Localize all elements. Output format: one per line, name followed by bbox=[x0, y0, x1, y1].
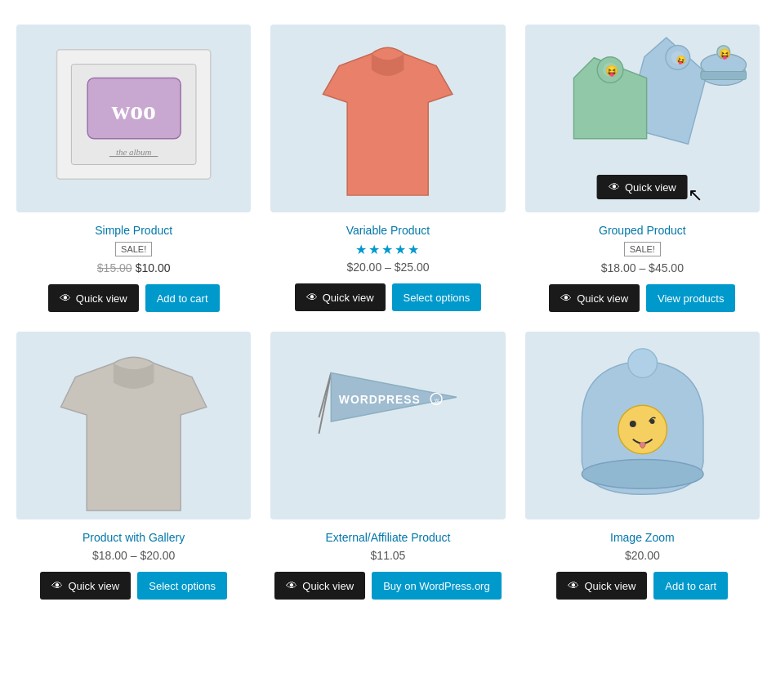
button-row: 👁Quick viewAdd to cart bbox=[16, 284, 251, 312]
btn-label: Select options bbox=[149, 580, 216, 592]
product-name[interactable]: External/Affiliate Product bbox=[325, 531, 450, 544]
svg-rect-13 bbox=[701, 72, 746, 80]
eye-icon: 👁 bbox=[609, 181, 620, 194]
product-price: $18.00 – $20.00 bbox=[92, 549, 175, 562]
eye-icon: 👁 bbox=[560, 292, 572, 305]
product-card-simple-product: woo the album Simple ProductSALE!$15.00$… bbox=[16, 25, 251, 312]
overlay-label: Quick view bbox=[625, 181, 676, 194]
price-range: $18.00 – $45.00 bbox=[601, 261, 684, 274]
quick-view-button[interactable]: 👁Quick view bbox=[48, 284, 139, 312]
btn-label: Buy on WordPress.org bbox=[383, 580, 490, 592]
price-sale: $10.00 bbox=[136, 261, 171, 274]
eye-icon: 👁 bbox=[306, 291, 318, 304]
product-image-image-zoom bbox=[525, 332, 760, 519]
btn-label: Quick view bbox=[323, 292, 374, 304]
btn-label: Quick view bbox=[584, 580, 636, 592]
btn-label: Quick view bbox=[76, 292, 127, 305]
svg-text:the album: the album bbox=[116, 147, 151, 157]
eye-icon: 👁 bbox=[286, 579, 297, 592]
quick-view-button[interactable]: 👁Quick view bbox=[549, 284, 640, 312]
svg-point-23 bbox=[627, 349, 657, 378]
quick-view-overlay[interactable]: 👁Quick view bbox=[597, 175, 688, 199]
btn-label: Select options bbox=[404, 292, 471, 304]
eye-icon: 👁 bbox=[51, 579, 63, 592]
sale-badge: SALE! bbox=[115, 242, 152, 256]
product-price: $15.00$10.00 bbox=[97, 261, 171, 274]
quick-view-button[interactable]: 👁Quick view bbox=[295, 283, 386, 311]
btn-label: Add to cart bbox=[157, 292, 208, 305]
product-price: $20.00 bbox=[625, 549, 660, 562]
select-options-button[interactable]: Select options bbox=[392, 283, 482, 311]
btn-label: Quick view bbox=[68, 580, 119, 592]
eye-icon: 👁 bbox=[568, 579, 579, 592]
product-image-grouped-product: 😝 😝 😝 👁Quick view↖ bbox=[525, 25, 760, 212]
button-row: 👁Quick viewBuy on WordPress.org bbox=[270, 572, 505, 600]
svg-text:😝: 😝 bbox=[605, 65, 619, 78]
product-image-product-gallery bbox=[16, 332, 251, 519]
product-price: $11.05 bbox=[371, 549, 406, 562]
product-name[interactable]: Variable Product bbox=[346, 224, 430, 237]
button-row: 👁Quick viewSelect options bbox=[16, 572, 251, 600]
product-name[interactable]: Product with Gallery bbox=[83, 531, 185, 544]
product-image-external-product: WORDPRESS W bbox=[270, 332, 505, 519]
button-row: 👁Quick viewView products bbox=[525, 284, 760, 312]
btn-label: Quick view bbox=[577, 292, 628, 305]
buy-on-wordpress.org-button[interactable]: Buy on WordPress.org bbox=[372, 572, 502, 600]
btn-label: Add to cart bbox=[665, 580, 716, 592]
price-original: $15.00 bbox=[97, 261, 132, 274]
svg-point-22 bbox=[582, 460, 703, 489]
svg-text:woo: woo bbox=[111, 96, 156, 125]
btn-label: View products bbox=[658, 292, 724, 305]
product-name[interactable]: Image Zoom bbox=[610, 531, 675, 544]
product-card-product-gallery: Product with Gallery$18.00 – $20.00👁Quic… bbox=[16, 332, 251, 600]
product-price: $20.00 – $25.00 bbox=[346, 261, 429, 274]
product-grid: woo the album Simple ProductSALE!$15.00$… bbox=[16, 25, 760, 600]
price-range: $11.05 bbox=[371, 549, 406, 562]
svg-line-18 bbox=[319, 373, 332, 434]
button-row: 👁Quick viewSelect options bbox=[270, 283, 505, 311]
add-to-cart-button[interactable]: Add to cart bbox=[653, 572, 728, 600]
product-card-image-zoom: Image Zoom$20.00👁Quick viewAdd to cart bbox=[525, 332, 760, 600]
svg-text:WORDPRESS: WORDPRESS bbox=[339, 393, 421, 406]
product-image-simple-product: woo the album bbox=[16, 25, 251, 212]
view-products-button[interactable]: View products bbox=[646, 284, 735, 312]
add-to-cart-button[interactable]: Add to cart bbox=[145, 284, 220, 312]
quick-view-button[interactable]: 👁Quick view bbox=[556, 572, 647, 600]
eye-icon: 👁 bbox=[60, 292, 71, 305]
product-name[interactable]: Grouped Product bbox=[599, 224, 686, 237]
product-card-external-product: WORDPRESS W External/Affiliate Product$1… bbox=[270, 332, 505, 600]
price-range: $20.00 bbox=[625, 549, 660, 562]
product-stars: ★★★★★ bbox=[355, 242, 421, 257]
svg-point-25 bbox=[629, 421, 636, 427]
sale-badge: SALE! bbox=[624, 242, 661, 256]
svg-text:😝: 😝 bbox=[718, 47, 730, 60]
btn-label: Quick view bbox=[302, 580, 354, 592]
product-card-grouped-product: 😝 😝 😝 👁Quick view↖Grouped ProductSALE!$1… bbox=[525, 25, 760, 312]
product-name[interactable]: Simple Product bbox=[95, 224, 172, 237]
price-range: $20.00 – $25.00 bbox=[346, 261, 429, 274]
quick-view-button[interactable]: 👁Quick view bbox=[274, 572, 365, 600]
price-range: $18.00 – $20.00 bbox=[92, 549, 175, 562]
quick-view-button[interactable]: 👁Quick view bbox=[40, 572, 131, 600]
button-row: 👁Quick viewAdd to cart bbox=[525, 572, 760, 600]
select-options-button[interactable]: Select options bbox=[137, 572, 227, 600]
product-card-variable-product: Variable Product★★★★★$20.00 – $25.00👁Qui… bbox=[270, 25, 505, 312]
product-price: $18.00 – $45.00 bbox=[601, 261, 684, 274]
product-image-variable-product bbox=[270, 25, 505, 212]
svg-text:W: W bbox=[435, 398, 439, 403]
